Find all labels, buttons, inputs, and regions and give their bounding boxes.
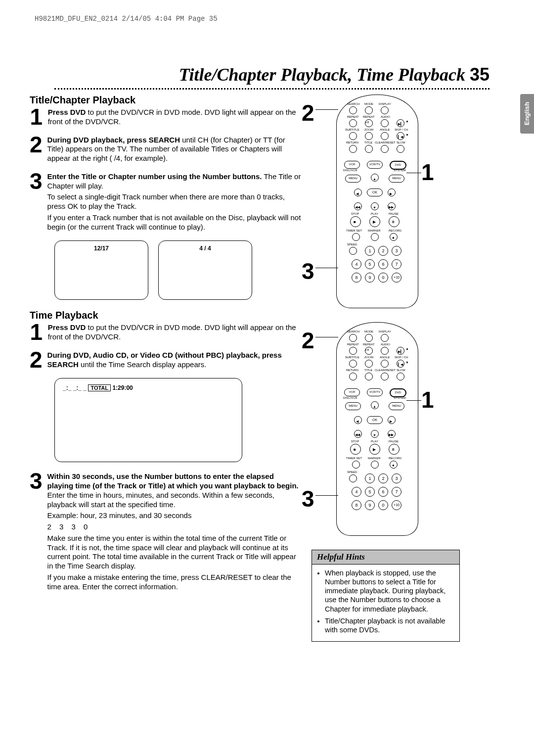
screen-row-1: 12/17 4 / 4 [54, 240, 302, 300]
callout-label: 2 [302, 100, 314, 126]
display-button [381, 334, 389, 342]
angle-button [381, 360, 389, 368]
up-triangle-icon: ▲ [405, 347, 409, 350]
lbl-zoom: ZOOM [364, 356, 373, 359]
num-5: 5 [365, 259, 375, 269]
num-1: 1 [365, 246, 375, 256]
callout-1: 1 [421, 159, 434, 186]
mode-button [365, 106, 373, 114]
vcrtv-button: VCR/TV [367, 161, 383, 169]
page-number: 35 [470, 64, 490, 85]
skipfwd-button: ▶▎ [397, 119, 404, 127]
hint-1: When playback is stopped, use the Number… [325, 568, 453, 614]
up-button: ▲ [371, 401, 379, 409]
title-button [365, 145, 373, 153]
up-button: ▲ [371, 174, 379, 182]
record-button: ● [390, 233, 398, 241]
lbl-pause: PAUSE [389, 212, 399, 215]
skipback-button: ▎◀ [397, 132, 404, 140]
timer-button [352, 461, 360, 469]
ff-button: ▶▶ [388, 430, 396, 438]
step-number: 2 [30, 136, 43, 165]
marker-button [371, 233, 379, 241]
s1-step2-bold: During DVD playback, press SEARCH [47, 136, 180, 144]
page-title-text: Title/Chapter Playback, Time Playback [179, 65, 465, 85]
step-number: 3 [30, 172, 43, 234]
lbl-display: DISPLAY [379, 102, 391, 105]
zoom-button [365, 132, 373, 140]
lbl-skip: SKIP / CH [395, 356, 408, 359]
s2-step1-bold: Press DVD [48, 323, 86, 331]
callout-2: 2 [302, 99, 314, 126]
num-9: 9 [365, 500, 375, 510]
language-tab: English [520, 94, 534, 134]
num-6: 6 [378, 487, 388, 497]
menu-left-button: MENU [345, 175, 361, 183]
remote-outline [336, 94, 418, 308]
lbl-repeat2: REPEAT [363, 115, 375, 118]
skipback-button: ▎◀ [397, 360, 404, 368]
lbl-mode: MODE [364, 102, 373, 105]
num-3: 3 [392, 473, 401, 483]
audio-button [381, 347, 389, 355]
callout-1b: 1 [421, 386, 434, 413]
hints-body: When playback is stopped, use the Number… [312, 565, 459, 641]
s2-step2-rest: until the Time Search display appears. [79, 360, 206, 369]
screen3-left: _:_ _:_ _ [63, 384, 87, 391]
lbl-clear: CLEAR/RESET [375, 141, 396, 144]
num-7: 7 [392, 487, 401, 497]
lbl-audio: AUDIO [381, 115, 390, 118]
angle-button [381, 132, 389, 140]
lbl-return: RETURN [346, 369, 358, 372]
stop-button: ■ [350, 216, 361, 227]
tv-screen-2: 4 / 4 [158, 240, 252, 300]
left-column: Title/Chapter Playback 1 Press DVD to pu… [30, 94, 302, 642]
helpful-hints-box: Helpful Hints When playback is stopped, … [312, 550, 460, 642]
lbl-subtitle: SUBTITLE [345, 356, 359, 359]
step-number: 2 [30, 351, 43, 372]
speed-button [349, 247, 357, 255]
lbl-pause: PAUSE [389, 440, 399, 443]
lbl-marker: MARKER [368, 229, 381, 232]
callout-label: 1 [421, 387, 434, 413]
callout-label: 2 [302, 328, 314, 353]
step-body: Within 30 seconds, use the Number button… [47, 472, 302, 593]
vcr-button: VCR [344, 388, 360, 396]
callout-2b: 2 [302, 327, 314, 354]
pause-button: II [389, 216, 400, 227]
lbl-ab: A-B [365, 121, 369, 124]
screen3-total-time: 1:29:00 [112, 384, 133, 391]
lbl-zoom: ZOOM [364, 128, 373, 131]
menu-right-button: MENU [389, 402, 404, 410]
lbl-search: SEARCH [347, 102, 359, 105]
s1-step2: 2 During DVD playback, press SEARCH unti… [30, 136, 302, 165]
right-column: 2 1 3 SEARCH MODE DISPLAY [312, 94, 460, 642]
play-button: ▶ [369, 444, 380, 455]
search-button [349, 334, 357, 342]
lbl-stop: STOP [351, 440, 359, 443]
slow-button [397, 145, 404, 153]
screen2-text: 4 / 4 [164, 245, 247, 252]
mode-button [365, 334, 373, 342]
repeat-button [349, 347, 357, 355]
lbl-play: PLAY [371, 440, 378, 443]
up-triangle-icon: ▲ [405, 119, 409, 123]
step-body: During DVD playback, press SEARCH until … [47, 136, 302, 165]
skipfwd-button: ▶▎ [397, 347, 404, 355]
s2-step3: 3 Within 30 seconds, use the Number butt… [30, 472, 302, 593]
s1-step1: 1 Press DVD to put the DVD/VCR in DVD mo… [30, 108, 302, 129]
s2-step3-example: Example: hour, 23 minutes, and 30 second… [47, 511, 302, 520]
screen3-total-label: TOTAL [88, 384, 111, 391]
menu-right-button: MENU [389, 175, 404, 183]
lbl-title: TITLE [364, 141, 372, 144]
callout-3: 3 [302, 258, 314, 284]
lbl-repeat2: REPEAT [363, 343, 375, 346]
lbl-record: RECORD [389, 229, 401, 232]
lbl-clear: CLEAR/RESET [375, 369, 396, 372]
num-2: 2 [378, 246, 388, 256]
speed-button [349, 474, 357, 482]
down-button: ▼ [371, 202, 379, 210]
s2-step3-note2: If you make a mistake entering the time,… [47, 573, 302, 592]
num-8: 8 [352, 500, 361, 510]
pause-button: II [389, 444, 400, 455]
